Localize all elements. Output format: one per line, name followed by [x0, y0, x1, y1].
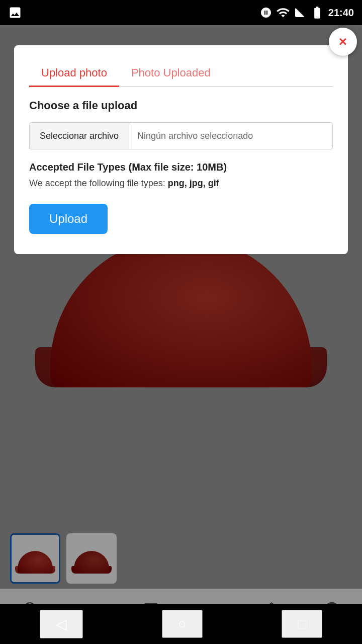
accepted-desc: We accept the following file types: png,… — [29, 178, 333, 189]
home-button[interactable]: ○ — [162, 610, 203, 638]
accepted-title: Accepted File Types (Max file size: 10MB… — [29, 162, 333, 173]
tab-photo-uploaded[interactable]: Photo Uploaded — [119, 60, 223, 87]
battery-icon — [310, 6, 324, 20]
file-placeholder: Ningún archivo seleccionado — [129, 131, 332, 141]
wifi-icon — [276, 6, 290, 20]
upload-button[interactable]: Upload — [29, 204, 108, 234]
file-input-row: Seleccionar archivo Ningún archivo selec… — [29, 122, 333, 149]
select-file-button[interactable]: Seleccionar archivo — [30, 123, 129, 149]
tab-upload-photo[interactable]: Upload photo — [29, 60, 119, 87]
choose-file-title: Choose a file upload — [29, 99, 333, 112]
signal-icon — [294, 7, 306, 19]
modal-tabs: Upload photo Photo Uploaded — [29, 60, 333, 87]
blocked-icon — [260, 7, 272, 19]
close-dialog-button[interactable]: × — [329, 28, 357, 56]
status-bar: 21:40 — [0, 0, 362, 25]
nav-bar: ◁ ○ □ — [0, 604, 362, 644]
status-time: 21:40 — [328, 7, 354, 19]
photo-icon — [8, 6, 22, 20]
upload-modal: Upload photo Photo Uploaded Choose a fil… — [14, 45, 348, 254]
recent-button[interactable]: □ — [282, 610, 322, 638]
back-button[interactable]: ◁ — [40, 610, 83, 638]
